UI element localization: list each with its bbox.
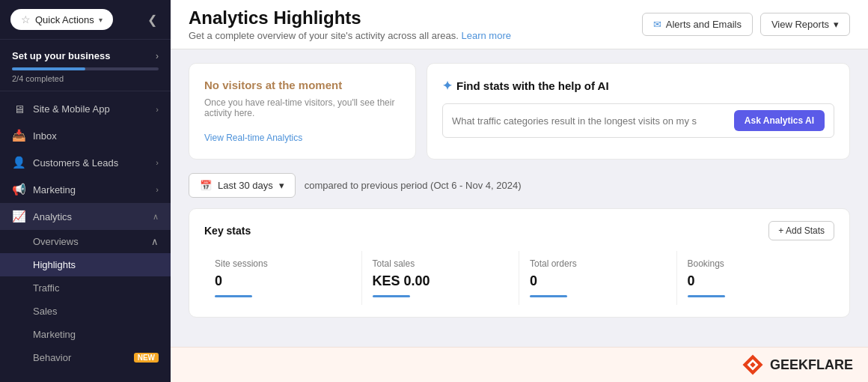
ai-query-input[interactable] [452,115,728,127]
stat-value: KES 0.00 [373,273,430,289]
key-stats-header: Key stats + Add Stats [204,221,834,240]
main-content: Analytics Highlights Get a complete over… [171,0,868,382]
sidebar-item-behavior[interactable]: Behavior NEW [0,346,171,369]
sidebar-item-marketing-sub[interactable]: Marketing [0,323,171,346]
add-stats-button[interactable]: + Add Stats [768,221,834,240]
ai-input-row: Ask Analytics AI [442,103,834,138]
sidebar-item-inbox[interactable]: 📥 Inbox [0,122,171,149]
stats-grid: Site sessions 0 Total sales KES 0.00 Tot… [204,251,834,305]
compare-text: compared to previous period (Oct 6 - Nov… [305,180,522,191]
highlights-label: Highlights [33,259,76,270]
sidebar-item-marketing[interactable]: 📢 Marketing › [0,176,171,203]
chevron-down-icon: ▾ [279,180,284,191]
top-bar: Analytics Highlights Get a complete over… [171,0,868,49]
sidebar-item-label: Inbox [33,130,159,142]
learn-more-link[interactable]: Learn more [461,30,510,41]
view-reports-button[interactable]: View Reports ▾ [760,13,850,36]
marketing-icon: 📢 [12,183,25,196]
key-stats-title: Key stats [204,225,251,237]
chevron-down-icon: ▾ [834,19,839,30]
site-mobile-icon: 🖥 [12,103,25,115]
sidebar-item-analytics[interactable]: 📈 Analytics ∧ [0,203,171,230]
cards-row: No visitors at the moment Once you have … [189,63,850,160]
stat-label: Site sessions [215,258,351,269]
geekflare-diamond-icon [742,354,764,376]
chevron-up-icon: ∧ [153,212,159,222]
view-realtime-link[interactable]: View Real-time Analytics [204,133,302,143]
stat-label: Total sales [373,258,509,269]
star-icon: ☆ [21,13,31,25]
new-badge: NEW [134,353,159,363]
chevron-right-icon: › [156,158,159,167]
alerts-emails-button[interactable]: ✉ Alerts and Emails [642,13,753,36]
sidebar-item-label: Marketing [33,184,148,195]
inbox-icon: 📥 [12,129,25,142]
page-title-area: Analytics Highlights Get a complete over… [189,7,511,41]
stat-row: 0 [530,273,666,289]
sidebar-item-sales[interactable]: Sales [0,300,171,323]
visitors-card-title: No visitors at the moment [204,79,400,91]
date-filter-button[interactable]: 📅 Last 30 days ▾ [189,173,296,198]
page-title: Analytics Highlights [189,7,511,28]
stat-label: Bookings [688,258,825,269]
top-bar-actions: ✉ Alerts and Emails View Reports ▾ [642,13,850,36]
sidebar-item-customers[interactable]: 👤 Customers & Leads › [0,149,171,176]
sidebar-header: ☆ Quick Actions ▾ ❮ [0,0,171,40]
sidebar-item-overviews[interactable]: Overviews ∧ [0,230,171,253]
setup-row[interactable]: Set up your business › [12,50,159,61]
stat-site-sessions: Site sessions 0 [204,251,362,305]
behavior-label: Behavior [33,352,71,363]
sidebar-item-highlights[interactable]: Highlights [0,253,171,276]
progress-bar-fill [12,67,85,70]
spark-icon: ✦ [442,79,452,93]
marketing-sub-label: Marketing [33,329,76,340]
calendar-icon: 📅 [200,180,212,191]
stat-value: 0 [215,273,222,289]
stat-bar [215,295,252,297]
sidebar: ☆ Quick Actions ▾ ❮ Set up your business… [0,0,171,382]
alerts-btn-label: Alerts and Emails [666,19,742,30]
analytics-icon: 📈 [12,210,25,223]
chevron-right-icon: › [156,185,159,194]
customers-icon: 👤 [12,156,25,169]
traffic-label: Traffic [33,282,59,294]
stat-bar [373,295,410,297]
visitors-card: No visitors at the moment Once you have … [189,63,416,160]
stat-value: 0 [530,273,537,289]
stat-label: Total orders [530,258,666,269]
sidebar-collapse-button[interactable]: ❮ [144,10,160,30]
stat-total-sales: Total sales KES 0.00 [362,251,520,305]
collapse-icon: ❮ [147,13,157,26]
sidebar-item-traffic[interactable]: Traffic [0,276,171,300]
sidebar-item-label: Site & Mobile App [33,103,148,115]
quick-actions-button[interactable]: ☆ Quick Actions ▾ [10,9,113,30]
progress-bar-background [12,67,159,70]
subtitle-text: Get a complete overview of your site's a… [189,30,461,41]
mail-icon: ✉ [653,19,661,30]
ai-title-text: Find stats with the help of AI [456,79,609,92]
stat-row: 0 [688,273,825,289]
quick-actions-label: Quick Actions [35,14,94,25]
sales-label: Sales [33,306,58,317]
date-filter-label: Last 30 days [218,180,273,191]
stat-row: KES 0.00 [373,273,509,289]
chevron-right-icon: › [156,105,159,114]
ai-card: ✦ Find stats with the help of AI Ask Ana… [427,63,850,160]
ai-card-title: ✦ Find stats with the help of AI [442,79,834,93]
stat-row: 0 [215,273,351,289]
page-subtitle: Get a complete overview of your site's a… [189,30,511,41]
progress-text: 2/4 completed [12,74,159,83]
visitors-card-desc: Once you have real-time visitors, you'll… [204,97,400,118]
sidebar-item-label: Customers & Leads [33,157,148,169]
overviews-label: Overviews [33,236,79,247]
stat-bookings: Bookings 0 [677,251,835,305]
sidebar-item-site-mobile[interactable]: 🖥 Site & Mobile App › [0,96,171,122]
filter-row: 📅 Last 30 days ▾ compared to previous pe… [189,173,850,198]
setup-label: Set up your business [12,50,110,61]
key-stats-card: Key stats + Add Stats Site sessions 0 To… [189,208,850,318]
content-area: No visitors at the moment Once you have … [171,49,868,347]
stat-bar [688,295,725,297]
sidebar-item-label: Analytics [33,211,145,222]
ask-ai-button[interactable]: Ask Analytics AI [734,110,825,131]
chevron-up-icon: ∧ [151,236,159,247]
